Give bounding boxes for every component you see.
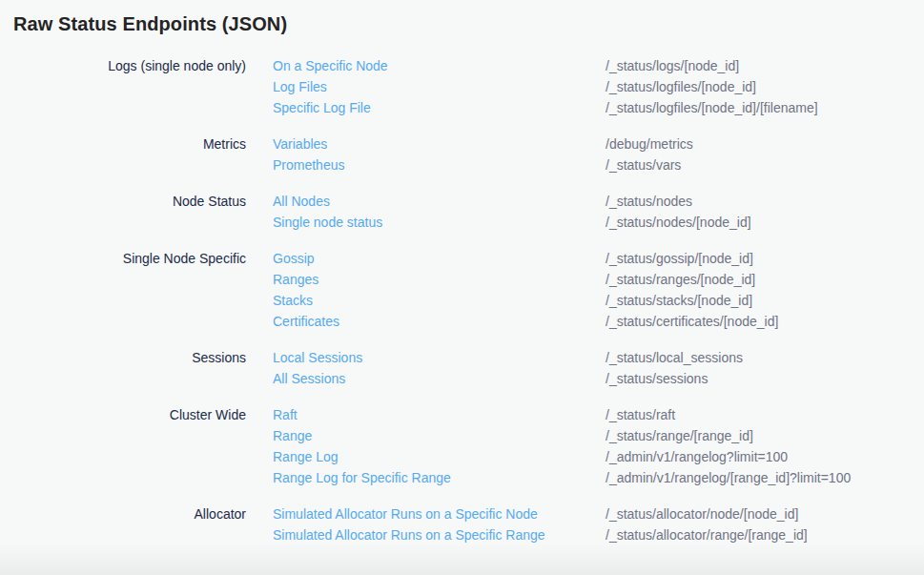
endpoint-link[interactable]: Range Log for Specific Range [273, 467, 451, 488]
endpoint-link[interactable]: Simulated Allocator Runs on a Specific N… [273, 503, 538, 524]
endpoint-section: Metrics VariablesPrometheus /debug/metri… [0, 133, 924, 175]
endpoint-link[interactable]: On a Specific Node [273, 55, 388, 76]
paths-column: /_status/raft/_status/range/[range_id]/_… [606, 404, 924, 488]
endpoint-path: /_status/ranges/[node_id] [606, 269, 924, 290]
paths-column: /_status/gossip/[node_id]/_status/ranges… [606, 248, 924, 332]
endpoint-link[interactable]: Simulated Allocator Runs on a Specific R… [273, 524, 545, 545]
endpoint-path: /_status/nodes [606, 191, 924, 212]
endpoint-section: Sessions Local SessionsAll Sessions /_st… [0, 347, 924, 389]
endpoint-path: /_status/nodes/[node_id] [606, 212, 924, 233]
category-label: Sessions [0, 347, 246, 368]
paths-column: /_status/logs/[node_id]/_status/logfiles… [606, 55, 924, 118]
endpoint-link[interactable]: Range [273, 425, 312, 446]
paths-column: /_status/nodes/_status/nodes/[node_id] [606, 191, 924, 233]
endpoint-section: Single Node Specific GossipRangesStacksC… [0, 248, 924, 332]
endpoint-path: /_status/raft [606, 404, 924, 425]
endpoint-path: /debug/metrics [606, 133, 924, 154]
endpoint-link[interactable]: Single node status [273, 212, 382, 233]
paths-column: /debug/metrics/_status/vars [606, 133, 924, 175]
endpoint-link[interactable]: Ranges [273, 269, 318, 290]
category-label: Single Node Specific [0, 248, 246, 269]
endpoint-path: /_status/logs/[node_id] [606, 55, 924, 76]
links-column: GossipRangesStacksCertificates [246, 248, 606, 332]
endpoint-path: /_admin/v1/rangelog/[range_id]?limit=100 [606, 467, 924, 488]
endpoint-link[interactable]: Range Log [273, 446, 339, 467]
category-label: Allocator [0, 503, 246, 524]
endpoint-link[interactable]: Specific Log File [273, 97, 371, 118]
links-column: Simulated Allocator Runs on a Specific N… [246, 503, 606, 545]
page-title: Raw Status Endpoints (JSON) [0, 0, 924, 35]
endpoint-path: /_status/logfiles/[node_id] [606, 76, 924, 97]
endpoint-path: /_status/local_sessions [606, 347, 924, 368]
endpoint-section: Node Status All NodesSingle node status … [0, 191, 924, 233]
endpoint-path: /_status/allocator/range/[range_id] [606, 524, 924, 545]
paths-column: /_status/allocator/node/[node_id]/_statu… [606, 503, 924, 545]
endpoint-path: /_status/allocator/node/[node_id] [606, 503, 924, 524]
endpoint-path: /_status/range/[range_id] [606, 425, 924, 446]
endpoint-link[interactable]: Certificates [273, 311, 339, 332]
endpoint-link[interactable]: Stacks [273, 290, 313, 311]
endpoint-link[interactable]: Variables [273, 133, 327, 154]
endpoint-path: /_status/vars [606, 154, 924, 175]
links-column: All NodesSingle node status [246, 191, 606, 233]
endpoint-path: /_status/logfiles/[node_id]/[filename] [606, 97, 924, 118]
endpoint-link[interactable]: All Sessions [273, 368, 345, 389]
links-column: Local SessionsAll Sessions [246, 347, 606, 389]
endpoint-link[interactable]: All Nodes [273, 191, 330, 212]
category-label: Metrics [0, 133, 246, 154]
endpoint-path: /_status/stacks/[node_id] [606, 290, 924, 311]
endpoint-link[interactable]: Raft [273, 404, 298, 425]
endpoint-path: /_status/certificates/[node_id] [606, 311, 924, 332]
category-label: Cluster Wide [0, 404, 246, 425]
endpoint-section: Cluster Wide RaftRangeRange LogRange Log… [0, 404, 924, 488]
endpoint-path: /_admin/v1/rangelog?limit=100 [606, 446, 924, 467]
category-label: Node Status [0, 191, 246, 212]
links-column: RaftRangeRange LogRange Log for Specific… [246, 404, 606, 488]
endpoint-link[interactable]: Log Files [273, 76, 327, 97]
links-column: On a Specific NodeLog FilesSpecific Log … [246, 55, 606, 118]
endpoint-path: /_status/gossip/[node_id] [606, 248, 924, 269]
links-column: VariablesPrometheus [246, 133, 606, 175]
endpoint-section: Allocator Simulated Allocator Runs on a … [0, 503, 924, 545]
endpoint-link[interactable]: Prometheus [273, 154, 344, 175]
category-label: Logs (single node only) [0, 55, 246, 76]
endpoint-section: Logs (single node only) On a Specific No… [0, 55, 924, 118]
endpoints-table: Logs (single node only) On a Specific No… [0, 55, 924, 545]
paths-column: /_status/local_sessions/_status/sessions [606, 347, 924, 389]
endpoint-link[interactable]: Local Sessions [273, 347, 362, 368]
endpoint-link[interactable]: Gossip [273, 248, 315, 269]
endpoint-path: /_status/sessions [606, 368, 924, 389]
